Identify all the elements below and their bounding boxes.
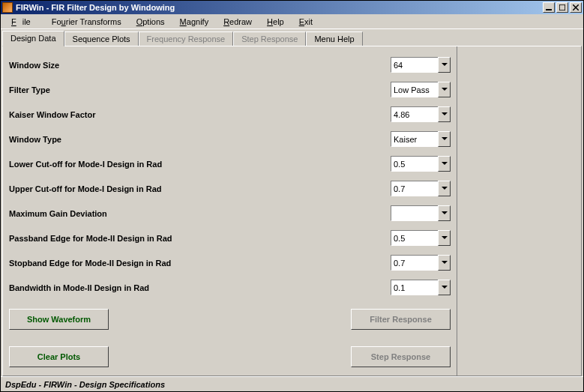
- row-passband-edge: Passband Edge for Mode-II Design in Rad: [9, 226, 451, 250]
- row-window-size: Window Size: [9, 52, 451, 77]
- row-window-type: Window Type: [9, 127, 451, 151]
- combo-kaiser-window-factor[interactable]: [391, 106, 451, 122]
- chevron-down-icon[interactable]: [438, 230, 451, 246]
- input-bandwidth[interactable]: [391, 280, 438, 295]
- menu-magnify[interactable]: Magnify: [174, 16, 215, 27]
- menu-options[interactable]: Options: [130, 16, 171, 27]
- tab-design-data[interactable]: Design Data: [2, 31, 64, 46]
- combo-bandwidth[interactable]: [391, 280, 451, 295]
- chevron-down-icon[interactable]: [438, 181, 451, 196]
- combo-passband-edge[interactable]: [391, 230, 451, 246]
- status-bar: DspEdu - FIRWin - Design Specifications: [1, 376, 583, 391]
- button-row-1: Show Waveform Filter Response: [9, 309, 451, 330]
- label-passband-edge: Passband Edge for Mode-II Design in Rad: [9, 234, 391, 243]
- chevron-down-icon[interactable]: [438, 156, 451, 172]
- input-lower-cutoff[interactable]: [391, 156, 438, 172]
- label-window-size: Window Size: [9, 61, 391, 70]
- minimize-button[interactable]: [543, 2, 555, 13]
- row-bandwidth: Bandwidth in Mode-II Design in Rad: [9, 275, 451, 300]
- svg-rect-1: [559, 4, 565, 10]
- row-stopband-edge: Stopband Edge for Mode-II Design in Rad: [9, 250, 451, 275]
- input-window-size[interactable]: [391, 57, 438, 73]
- tab-frequency-response: Frequency Response: [139, 31, 234, 46]
- combo-stopband-edge[interactable]: [391, 255, 451, 271]
- close-button[interactable]: [570, 2, 582, 13]
- input-kaiser-window-factor[interactable]: [391, 106, 438, 122]
- menu-help[interactable]: Help: [261, 16, 290, 27]
- label-lower-cutoff: Lower Cut-off for Mode-I Design in Rad: [9, 160, 391, 169]
- window-title: FIRWin - FIR Filter Design by Windowing: [16, 3, 543, 12]
- label-stopband-edge: Stopband Edge for Mode-II Design in Rad: [9, 259, 391, 268]
- menubar: File Fourier Transforms Options Magnify …: [1, 14, 583, 29]
- filter-response-button: Filter Response: [351, 309, 451, 330]
- combo-upper-cutoff[interactable]: [391, 181, 451, 196]
- button-row-2: Clear Plots Step Response: [9, 346, 451, 367]
- label-filter-type: Filter Type: [9, 85, 391, 94]
- label-window-type: Window Type: [9, 135, 391, 144]
- titlebar: FIRWin - FIR Filter Design by Windowing: [1, 1, 583, 14]
- input-window-type[interactable]: [391, 131, 438, 147]
- input-stopband-edge[interactable]: [391, 255, 438, 271]
- combo-window-type[interactable]: [391, 131, 451, 147]
- combo-filter-type[interactable]: [391, 82, 451, 97]
- clear-plots-button[interactable]: Clear Plots: [9, 346, 109, 367]
- label-bandwidth: Bandwidth in Mode-II Design in Rad: [9, 283, 391, 292]
- row-max-gain-deviation: Maximum Gain Deviation: [9, 201, 451, 226]
- app-icon: [2, 2, 13, 13]
- chevron-down-icon[interactable]: [438, 131, 451, 147]
- chevron-down-icon[interactable]: [438, 106, 451, 122]
- content-area: Window Size Filter Type Kaiser Window Fa…: [2, 46, 582, 376]
- row-lower-cutoff: Lower Cut-off for Mode-I Design in Rad: [9, 151, 451, 176]
- status-text: DspEdu - FIRWin - Design Specifications: [5, 380, 165, 389]
- input-max-gain-deviation[interactable]: [391, 205, 438, 221]
- menu-exit[interactable]: Exit: [293, 16, 319, 27]
- window-controls: [543, 2, 582, 13]
- show-waveform-button[interactable]: Show Waveform: [9, 309, 109, 330]
- label-upper-cutoff: Upper Cut-off for Mode-I Design in Rad: [9, 184, 391, 193]
- chevron-down-icon[interactable]: [438, 205, 451, 221]
- tab-menu-help[interactable]: Menu Help: [306, 31, 362, 46]
- menu-redraw[interactable]: Redraw: [217, 16, 258, 27]
- label-kaiser-window-factor: Kaiser Window Factor: [9, 110, 391, 119]
- combo-max-gain-deviation[interactable]: [391, 205, 451, 221]
- side-pane: [457, 46, 581, 376]
- input-filter-type[interactable]: [391, 82, 438, 97]
- menu-file[interactable]: File: [5, 16, 43, 27]
- row-filter-type: Filter Type: [9, 77, 451, 102]
- tab-bar: Design Data Sequence Plots Frequency Res…: [1, 29, 583, 46]
- app-window: FIRWin - FIR Filter Design by Windowing …: [0, 0, 584, 392]
- row-kaiser-window-factor: Kaiser Window Factor: [9, 102, 451, 127]
- tab-step-response: Step Response: [233, 31, 306, 46]
- row-upper-cutoff: Upper Cut-off for Mode-I Design in Rad: [9, 176, 451, 201]
- tab-sequence-plots[interactable]: Sequence Plots: [64, 31, 139, 46]
- chevron-down-icon[interactable]: [438, 57, 451, 73]
- label-max-gain-deviation: Maximum Gain Deviation: [9, 209, 391, 218]
- step-response-button: Step Response: [351, 346, 451, 367]
- menu-fourier-transforms[interactable]: Fourier Transforms: [46, 16, 127, 27]
- maximize-button[interactable]: [556, 2, 568, 13]
- svg-rect-0: [546, 9, 552, 10]
- input-upper-cutoff[interactable]: [391, 181, 438, 196]
- input-passband-edge[interactable]: [391, 230, 438, 246]
- combo-lower-cutoff[interactable]: [391, 156, 451, 172]
- chevron-down-icon[interactable]: [438, 82, 451, 97]
- combo-window-size[interactable]: [391, 57, 451, 73]
- chevron-down-icon[interactable]: [438, 255, 451, 271]
- chevron-down-icon[interactable]: [438, 280, 451, 295]
- form-pane: Window Size Filter Type Kaiser Window Fa…: [3, 46, 457, 376]
